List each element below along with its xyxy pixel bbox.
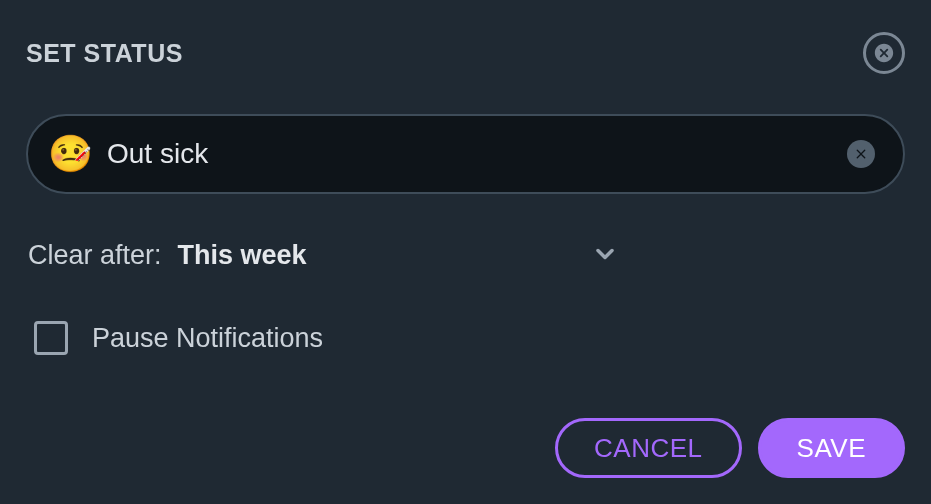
close-icon (873, 42, 895, 64)
dialog-header: SET STATUS (26, 32, 905, 74)
pause-notifications-label: Pause Notifications (92, 323, 323, 354)
dialog-footer: CANCEL SAVE (26, 418, 905, 478)
save-button[interactable]: SAVE (758, 418, 905, 478)
pause-notifications-row: Pause Notifications (26, 321, 905, 355)
status-input[interactable] (107, 138, 833, 170)
clear-after-row[interactable]: Clear after: This week (26, 234, 905, 277)
close-button[interactable] (863, 32, 905, 74)
chevron-down-icon (591, 240, 619, 268)
status-input-container: 🤒 (26, 114, 905, 194)
dialog-title: SET STATUS (26, 39, 183, 68)
clear-status-button[interactable] (847, 140, 875, 168)
cancel-button[interactable]: CANCEL (555, 418, 741, 478)
status-emoji[interactable]: 🤒 (48, 136, 93, 172)
pause-notifications-checkbox[interactable] (34, 321, 68, 355)
clear-after-label: Clear after: (28, 240, 162, 271)
clear-after-dropdown-button[interactable] (585, 234, 625, 277)
clear-after-value: This week (178, 240, 307, 271)
close-icon (853, 146, 869, 162)
